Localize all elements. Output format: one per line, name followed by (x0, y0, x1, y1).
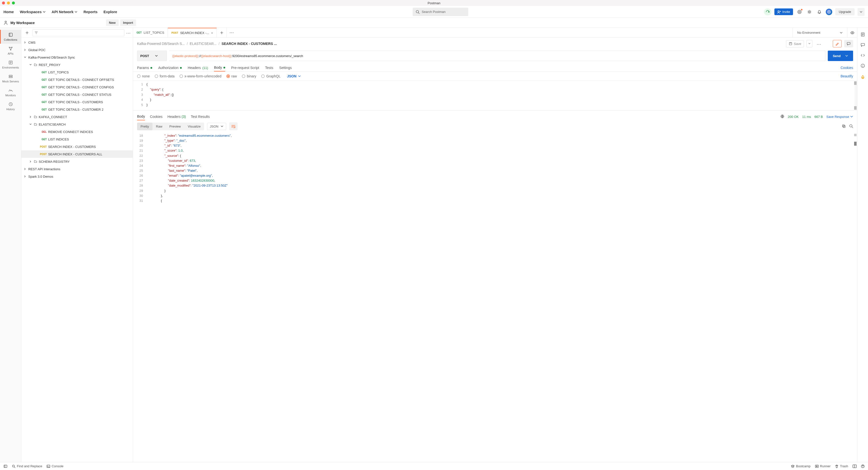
tree-request-row[interactable]: POSTSEARCH INDEX - CUSTOMERS ALL (21, 150, 133, 158)
send-button[interactable]: Send (828, 51, 853, 61)
method-selector[interactable]: POST (137, 51, 167, 61)
url-input[interactable]: {{elastic-protocol}}://{{elasticsearch-h… (169, 51, 825, 61)
code-body[interactable]: { "query": { "match_all": {} } } (145, 81, 855, 110)
scroll-thumb[interactable] (854, 106, 857, 110)
response-scrollbar[interactable] (854, 133, 857, 462)
scroll-thumb[interactable] (854, 81, 857, 85)
code-body[interactable]: "_index": "estreams85.ecommerce.customer… (145, 133, 854, 462)
body-type-graphql[interactable]: GraphQL (261, 74, 281, 78)
tree-request-row[interactable]: GETGET TOPIC DETAILS - CUSTOMERS (21, 98, 133, 106)
expand-arrow-icon[interactable] (29, 123, 32, 126)
new-tab-button[interactable] (217, 28, 227, 37)
crumb-2[interactable]: SEARCH INDEX - CUSTOMERS ... (221, 42, 277, 46)
fmt-raw[interactable]: Raw (152, 123, 166, 130)
network-info-icon[interactable] (780, 114, 784, 119)
tab-headers[interactable]: Headers (11) (188, 64, 208, 71)
tree-request-row[interactable]: GETGET TOPIC DETAILS - CONNECT CONFIGS (21, 83, 133, 91)
related-collections-icon[interactable] (860, 74, 866, 80)
body-format-selector[interactable]: JSON (287, 74, 301, 78)
tab-authorization[interactable]: Authorization (158, 64, 182, 71)
environment-selector[interactable]: No Environment (793, 28, 847, 37)
tree-folder-row[interactable]: Global POC (21, 46, 133, 54)
tab-params[interactable]: Params (137, 64, 152, 71)
comment-mode-icon[interactable] (844, 40, 853, 47)
tree-request-row[interactable]: GETGET TOPIC DETAILS - CONNECT OFFSETS (21, 76, 133, 83)
nav-reports[interactable]: Reports (84, 10, 98, 14)
tab-overflow-button[interactable] (227, 28, 237, 37)
tree-folder-row[interactable]: Kafka-Powered DB/Search Sync (21, 54, 133, 61)
minimize-window-icon[interactable] (7, 1, 10, 4)
comments-icon[interactable] (860, 42, 866, 48)
tree-folder-row[interactable]: REST API Interactions (21, 165, 133, 173)
rail-history[interactable]: History (0, 99, 21, 113)
response-viewer[interactable]: 1819202122232425262728293031 "_index": "… (133, 133, 857, 462)
minimap-scroll[interactable] (855, 81, 857, 110)
nav-api-network[interactable]: API Network (52, 10, 78, 14)
notifications-icon[interactable] (816, 8, 823, 15)
tree-request-row[interactable]: DELREMOVE CONNECT INDICES (21, 128, 133, 135)
toggle-sidebar-icon[interactable] (3, 464, 7, 468)
tree-request-row[interactable]: POSTSEARCH INDEX - CUSTOMERS (21, 143, 133, 150)
bootcamp-button[interactable]: Bootcamp (791, 464, 811, 468)
scroll-thumb[interactable] (854, 142, 857, 146)
runner-button[interactable]: Runner (815, 464, 831, 468)
tree-folder-row[interactable]: ELASTICSEARCH (21, 121, 133, 128)
tab-tests[interactable]: Tests (265, 64, 273, 71)
resp-tab-cookies[interactable]: Cookies (150, 113, 163, 120)
fmt-visualize[interactable]: Visualize (184, 123, 204, 130)
search-input[interactable]: Search Postman (413, 8, 468, 16)
workspace-name[interactable]: My Workspace (10, 21, 35, 25)
rail-monitors[interactable]: Monitors (0, 86, 21, 99)
cookies-link[interactable]: Cookies (840, 66, 853, 70)
new-button[interactable]: New (106, 19, 119, 26)
trash-button[interactable]: Trash (835, 464, 848, 468)
beautify-button[interactable]: Beautify (840, 74, 853, 78)
sidebar-more-icon[interactable] (126, 31, 130, 34)
line-wrap-toggle[interactable] (229, 122, 238, 130)
rail-collections[interactable]: Collections (0, 30, 21, 44)
tab-body[interactable]: Body (214, 64, 225, 71)
resp-tab-test-results[interactable]: Test Results (191, 113, 210, 120)
nav-home[interactable]: Home (3, 10, 14, 14)
tree-request-row[interactable]: GETLIST_TOPICS (21, 68, 133, 76)
code-snippet-icon[interactable] (860, 52, 866, 59)
expand-arrow-icon[interactable] (23, 175, 27, 178)
expand-arrow-icon[interactable] (29, 160, 32, 163)
close-tab-icon[interactable]: × (211, 31, 213, 35)
user-avatar[interactable] (826, 9, 832, 15)
fmt-preview[interactable]: Preview (166, 123, 184, 130)
console-button[interactable]: Console (47, 464, 64, 468)
rail-environments[interactable]: Environments (0, 58, 21, 71)
resp-tab-body[interactable]: Body (137, 113, 145, 120)
settings-icon[interactable] (806, 8, 813, 15)
crumb-1[interactable]: ELASTICSEAR... (190, 42, 217, 46)
nav-explore[interactable]: Explore (103, 10, 117, 14)
upgrade-dropdown[interactable] (858, 8, 865, 16)
expand-arrow-icon[interactable] (23, 48, 27, 51)
edit-mode-icon[interactable] (833, 40, 842, 47)
request-more-icon[interactable] (815, 42, 823, 46)
expand-arrow-icon[interactable] (29, 64, 32, 66)
expand-arrow-icon[interactable] (29, 115, 32, 118)
response-language-selector[interactable]: JSON (207, 123, 226, 130)
tab-pre-request-script[interactable]: Pre-request Script (231, 64, 259, 71)
tree-folder-row[interactable]: Spark 3.0 Demos (21, 173, 133, 180)
upgrade-button[interactable]: Upgrade (835, 8, 855, 15)
copy-response-icon[interactable] (842, 124, 846, 129)
expand-arrow-icon[interactable] (23, 168, 27, 170)
two-pane-toggle-icon[interactable] (852, 465, 857, 468)
documentation-icon[interactable] (860, 31, 866, 38)
create-collection-button[interactable] (24, 30, 30, 36)
tab-settings[interactable]: Settings (279, 64, 292, 71)
tree-folder-row[interactable]: SCHEMA REGISTRY (21, 158, 133, 165)
tree-folder-row[interactable]: KAFKA_CONNECT (21, 113, 133, 121)
close-window-icon[interactable] (2, 1, 5, 4)
request-tab[interactable]: POSTSEARCH INDEX -...× (168, 28, 217, 37)
invite-button[interactable]: Invite (774, 8, 793, 15)
fmt-pretty[interactable]: Pretty (137, 123, 152, 130)
tree-request-row[interactable]: GETGET TOPIC DETAILS - CONNECT STATUS (21, 91, 133, 98)
help-icon[interactable] (861, 465, 865, 468)
crumb-0[interactable]: Kafka-Powered DB/Search S... (137, 42, 185, 46)
tree-request-row[interactable]: GETGET TOPIC DETAILS - CUSTOMER 2 (21, 106, 133, 113)
save-button[interactable]: Save (786, 40, 804, 47)
